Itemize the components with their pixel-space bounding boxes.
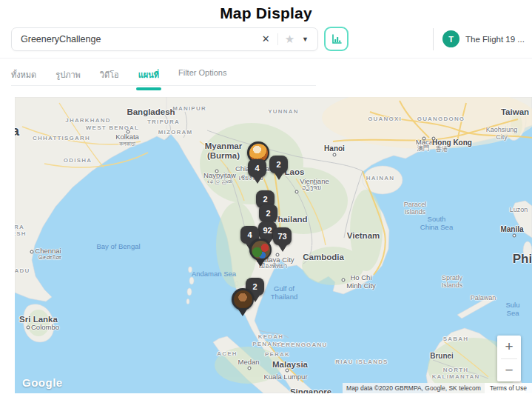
chart-button[interactable] [324, 27, 349, 51]
zoom-out-button[interactable]: − [497, 359, 521, 382]
map-photo-marker[interactable] [249, 238, 272, 272]
zoom-control: + − [497, 336, 521, 381]
toolbar: ✕ ★ ▼ T The Flight 19 ... [11, 27, 532, 51]
header-divider [433, 28, 434, 50]
tab-2[interactable]: วิดีโอ [100, 65, 119, 89]
header-rule [0, 58, 532, 59]
tab-3[interactable]: แผนที่ [138, 65, 159, 89]
marker-photo-thumbnail [234, 290, 252, 309]
map-cluster-marker-4[interactable]: 4 [248, 159, 266, 189]
tab-4[interactable]: Filter Options [178, 65, 226, 84]
map-markers: 4222924732 [15, 97, 532, 393]
terms-of-use-link[interactable]: Terms of Use [485, 383, 532, 393]
marker-photo-thumbnail [252, 241, 270, 259]
bar-chart-icon [331, 33, 343, 45]
user-name[interactable]: The Flight 19 ... [465, 35, 532, 44]
attribution-text: Map data ©2020 GBRMPA, Google, SK teleco… [343, 383, 485, 393]
avatar[interactable]: T [442, 30, 459, 47]
tab-bar: ทั้งหมดรูปภาพวิดีโอแผนที่Filter Options [11, 65, 316, 86]
map-container[interactable]: IndiaJHARKHANDWEST BENGALCHHATTISGARHODI… [15, 97, 532, 393]
star-icon[interactable]: ★ [281, 33, 298, 46]
search-divider [277, 33, 278, 45]
zoom-in-button[interactable]: + [497, 336, 521, 358]
caret-down-icon[interactable]: ▼ [298, 36, 310, 43]
map-cluster-marker-73[interactable]: 73 [273, 227, 292, 257]
tab-0[interactable]: ทั้งหมด [11, 65, 36, 89]
search-box[interactable]: ✕ ★ ▼ [11, 27, 318, 51]
map-photo-marker[interactable] [232, 288, 254, 321]
page: Map Display ✕ ★ ▼ T The Flight 19 ... ทั… [0, 0, 532, 397]
map-attribution: Map data ©2020 GBRMPA, Google, SK teleco… [343, 383, 532, 393]
page-title: Map Display [0, 4, 532, 22]
map-cluster-marker-2[interactable]: 2 [269, 156, 288, 185]
clear-icon[interactable]: ✕ [257, 33, 275, 44]
tab-1[interactable]: รูปภาพ [55, 65, 81, 89]
google-logo: Google [22, 376, 63, 389]
search-input[interactable] [21, 34, 257, 44]
